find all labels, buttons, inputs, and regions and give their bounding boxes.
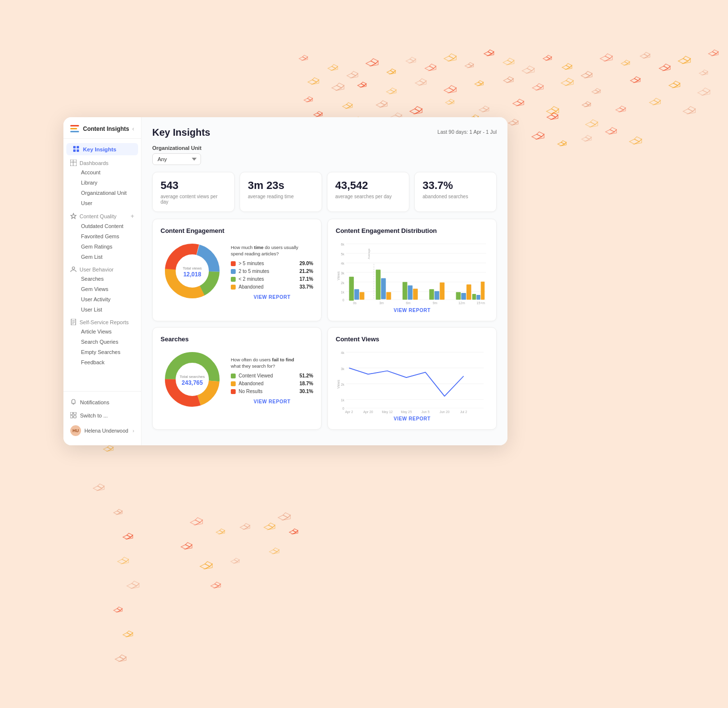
content-views-title: Content Views bbox=[336, 335, 488, 343]
stat-card-views: 543 average content views per day bbox=[152, 172, 235, 212]
svg-text:Average: Average bbox=[367, 249, 370, 259]
sidebar-sub-search-queries[interactable]: Search Queries bbox=[66, 337, 138, 347]
svg-text:Apr 2: Apr 2 bbox=[345, 410, 353, 414]
content-engagement-title: Content Engagement bbox=[161, 227, 313, 234]
svg-text:Jun 20: Jun 20 bbox=[440, 410, 450, 414]
bar-chart-area: 6k 5k 4k 3k 2k 1k 0 bbox=[336, 239, 488, 303]
sidebar-sub-gem-views[interactable]: Gem Views bbox=[66, 284, 138, 294]
stat-card-searches: 43,542 average searches per day bbox=[327, 172, 409, 212]
sidebar-sub-article-views[interactable]: Article Views bbox=[66, 327, 138, 336]
sidebar-sub-searches[interactable]: Searches bbox=[66, 274, 138, 284]
legend-dot-no-results bbox=[231, 389, 236, 394]
engagement-view-report[interactable]: VIEW REPORT bbox=[231, 294, 313, 300]
content-engagement-dist-card: Content Engagement Distribution 6k 5k 4k… bbox=[327, 219, 497, 321]
svg-rect-15 bbox=[70, 416, 73, 418]
svg-text:9m: 9m bbox=[433, 301, 438, 305]
legend-dot-2to5min bbox=[231, 269, 236, 274]
sidebar-sub-org-unit[interactable]: Organizational Unit bbox=[66, 188, 138, 198]
logo-bar-1 bbox=[70, 125, 79, 126]
svg-rect-0 bbox=[73, 146, 76, 148]
sidebar-sub-user-list[interactable]: User List bbox=[66, 305, 138, 314]
svg-rect-51 bbox=[456, 292, 461, 300]
sidebar-sub-feedback[interactable]: Feedback bbox=[66, 357, 138, 367]
sidebar-sub-account[interactable]: Account bbox=[66, 167, 138, 177]
sidebar-sub-empty-searches[interactable]: Empty Searches bbox=[66, 347, 138, 357]
bell-icon bbox=[70, 399, 77, 405]
switch-to-label: Switch to ... bbox=[80, 413, 108, 418]
date-range: Last 90 days: 1 Apr - 1 Jul bbox=[438, 129, 497, 135]
svg-text:2k: 2k bbox=[341, 281, 344, 285]
sidebar-section-dashboards[interactable]: Dashboards bbox=[63, 156, 141, 167]
sidebar-item-key-insights[interactable]: Key Insights bbox=[66, 143, 138, 155]
searches-total-value: 243,765 bbox=[180, 379, 205, 386]
stat-searches-label: average searches per day bbox=[335, 194, 401, 199]
sidebar-sub-user-activity[interactable]: User Activity bbox=[66, 294, 138, 304]
legend-item-2min: < 2 minutes 17.1% bbox=[231, 276, 313, 282]
searches-legend: How often do users fail to findwhat they… bbox=[231, 356, 313, 405]
searches-inner: Total searches 243,765 How often do user… bbox=[161, 348, 313, 413]
org-unit-select[interactable]: Any Team A Team B bbox=[152, 153, 201, 165]
svg-rect-2 bbox=[73, 149, 76, 152]
content-views-view-report[interactable]: VIEW REPORT bbox=[336, 416, 488, 421]
legend-searches-abandoned: Abandoned 18.7% bbox=[231, 381, 313, 386]
plus-icon[interactable]: + bbox=[130, 212, 134, 220]
notifications-item[interactable]: Notifications bbox=[63, 396, 141, 409]
sidebar-sub-favorited-gems[interactable]: Favorited Gems bbox=[66, 231, 138, 241]
svg-rect-45 bbox=[403, 282, 407, 300]
sidebar-section-user-behavior[interactable]: User Behavior bbox=[63, 262, 141, 273]
sidebar-section-user-behavior-label: User Behavior bbox=[80, 267, 114, 272]
content-engagement-inner: Total views 12,018 How much time do user… bbox=[161, 239, 313, 305]
legend-dot-content-viewed bbox=[231, 374, 236, 378]
stat-cards: 543 average content views per day 3m 23s… bbox=[152, 172, 497, 212]
svg-rect-14 bbox=[74, 412, 76, 415]
sidebar-section-content-quality[interactable]: Content Quality + bbox=[63, 208, 141, 221]
svg-rect-42 bbox=[376, 270, 381, 300]
sidebar-logo bbox=[70, 125, 79, 132]
dist-view-report[interactable]: VIEW REPORT bbox=[336, 308, 488, 313]
switch-to-item[interactable]: Switch to ... bbox=[63, 409, 141, 422]
sidebar-item-key-insights-label: Key Insights bbox=[83, 146, 116, 152]
sidebar-section-self-service-label: Self-Service Reports bbox=[80, 319, 129, 325]
svg-text:Views: Views bbox=[337, 379, 340, 389]
engagement-question: How much time do users usuallyspend read… bbox=[231, 244, 313, 257]
stat-abandoned-value: 33.7% bbox=[423, 179, 488, 192]
sidebar-sub-user[interactable]: User bbox=[66, 198, 138, 208]
searches-total-label: Total searches bbox=[180, 375, 205, 379]
svg-text:6k: 6k bbox=[341, 243, 344, 246]
sidebar-sub-gem-list[interactable]: Gem List bbox=[66, 252, 138, 262]
person-icon bbox=[70, 266, 77, 272]
org-unit-filter: Organizational Unit Any Team A Team B bbox=[152, 145, 497, 165]
stat-card-reading-time: 3m 23s average reading time bbox=[240, 172, 322, 212]
svg-text:May 25: May 25 bbox=[401, 410, 412, 414]
svg-rect-1 bbox=[77, 146, 79, 148]
sidebar-sub-outdated-content[interactable]: Outdated Content bbox=[66, 221, 138, 231]
svg-text:12m: 12m bbox=[459, 301, 465, 305]
collapse-button[interactable]: ‹ bbox=[132, 125, 134, 132]
svg-rect-43 bbox=[381, 278, 386, 299]
svg-text:1k: 1k bbox=[341, 291, 344, 294]
stat-views-label: average content views per day bbox=[161, 194, 226, 205]
svg-rect-40 bbox=[354, 289, 359, 300]
searches-view-report[interactable]: VIEW REPORT bbox=[231, 399, 313, 404]
svg-point-8 bbox=[72, 267, 75, 270]
charts-row-2: Searches bbox=[152, 327, 497, 430]
legend-dot-searches-abandoned bbox=[231, 381, 236, 386]
charts-row-1: Content Engagement bbox=[152, 219, 497, 321]
bar-chart-svg: 6k 5k 4k 3k 2k 1k 0 bbox=[336, 239, 488, 308]
svg-rect-48 bbox=[429, 289, 434, 300]
legend-item-abandoned: Abandoned 33.7% bbox=[231, 284, 313, 290]
svg-rect-47 bbox=[413, 289, 418, 299]
stat-views-value: 543 bbox=[161, 179, 226, 192]
user-profile-item[interactable]: HU Helena Underwood › bbox=[63, 422, 141, 439]
sidebar-sub-gem-ratings[interactable]: Gem Ratings bbox=[66, 242, 138, 251]
logo-bar-3 bbox=[70, 131, 79, 132]
sidebar-section-content-quality-label: Content Quality bbox=[80, 213, 117, 219]
sidebar-section-self-service[interactable]: Self-Service Reports bbox=[63, 315, 141, 326]
org-unit-label: Organizational Unit bbox=[152, 145, 497, 151]
svg-rect-53 bbox=[466, 284, 471, 299]
engagement-legend: How much time do users usuallyspend read… bbox=[231, 244, 313, 300]
legend-dot-5min bbox=[231, 261, 236, 266]
legend-content-viewed: Content Viewed 51.2% bbox=[231, 373, 313, 378]
searches-question: How often do users fail to findwhat they… bbox=[231, 356, 313, 370]
sidebar-sub-library[interactable]: Library bbox=[66, 178, 138, 187]
